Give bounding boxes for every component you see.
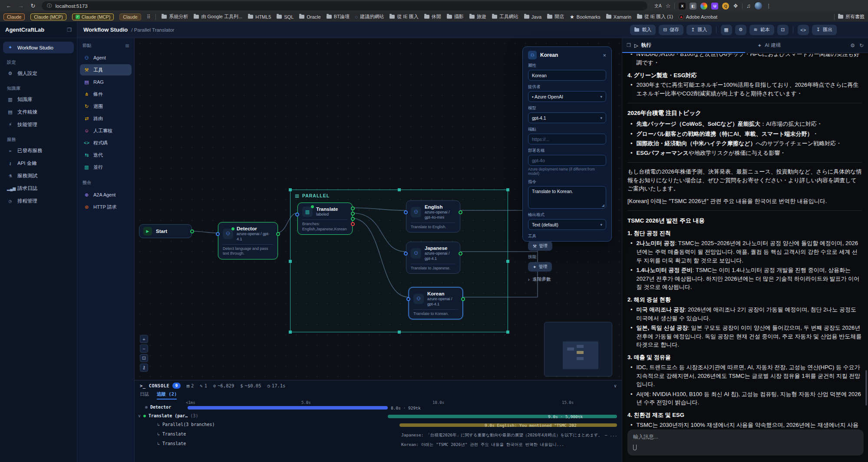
output-port[interactable] [351, 206, 355, 210]
trace-row[interactable]: ↳Translate Korean: 아래는 "TSMC 2026년" 관련 주… [135, 441, 622, 448]
bookmark-item[interactable]: Xamarin [606, 14, 631, 20]
bookmark-item[interactable]: A Adobe Acrobat [679, 14, 717, 20]
extension-color-icon[interactable] [700, 3, 707, 10]
puzzle-icon[interactable]: ❖ [733, 3, 738, 9]
instruction-textarea[interactable]: Translate to Korean.◢ [528, 186, 606, 209]
save-button[interactable]: ⊟儲存 [659, 25, 683, 35]
bookmark-item[interactable]: Java [524, 14, 541, 20]
bookmark-item[interactable]: BT論壇 [327, 13, 350, 20]
extension-u-icon[interactable]: U [711, 3, 718, 10]
sidebar-item[interactable]: ⚡技能管理 [3, 119, 74, 131]
expander-icon[interactable]: ∨ [138, 413, 141, 418]
resize-handle[interactable]: ◢ [602, 203, 604, 207]
bookmark-item[interactable]: 旅遊 [469, 13, 486, 20]
node-translate[interactable]: ▥ Translate labeled Branches: English,Ja… [297, 203, 353, 235]
output-port[interactable] [459, 252, 462, 256]
all-bookmarks-button[interactable]: 所有書籤 [838, 13, 865, 20]
sidebar-item[interactable]: ▂▄▆請求日誌 [3, 183, 74, 194]
lock-button[interactable]: ⚷ [140, 364, 148, 372]
zoom-out-button[interactable]: − [140, 344, 148, 353]
palette-item[interactable]: ⊕ A2A Agent [80, 189, 132, 200]
settings-icon[interactable]: ⚙ [850, 43, 855, 49]
reload-icon[interactable]: ↻ [30, 3, 36, 9]
trace-row[interactable]: Detector 8.0s · 929tk [135, 405, 622, 412]
bookmark-item[interactable]: 由 Google 工具列... [194, 13, 242, 20]
frame-button[interactable]: ⊡ [777, 25, 789, 35]
manage-skills-button[interactable]: ✦管理 [528, 262, 552, 272]
back-icon[interactable]: ← [5, 3, 12, 9]
forward-icon[interactable]: → [17, 3, 24, 9]
zoom-in-button[interactable]: + [140, 335, 148, 343]
extension-q-icon[interactable]: Q [722, 3, 729, 10]
grid-view-button[interactable]: ▦ [721, 25, 732, 35]
bookmark-item[interactable]: 開店 [547, 13, 564, 20]
minimap[interactable] [544, 322, 612, 377]
template-button[interactable]: ≋範本 [749, 25, 774, 35]
output-port[interactable] [276, 232, 280, 236]
output-port[interactable] [351, 217, 355, 221]
panel-expand-icon[interactable]: ❐ [627, 43, 631, 48]
info-icon[interactable]: ⓘ [47, 3, 52, 9]
code-view-button[interactable]: <> [798, 25, 809, 35]
scrollbar-thumb[interactable] [865, 370, 867, 406]
manage-tools-button[interactable]: ⚒管理 [528, 241, 552, 251]
tab-ai-build[interactable]: ✦AI 建構 [723, 38, 846, 52]
load-button[interactable]: 載入 [630, 25, 656, 35]
palette-item[interactable]: ⇆ 迭代 [80, 149, 132, 161]
endpoint-input[interactable]: https://... [528, 134, 606, 144]
bookmark-item[interactable]: 從 IE 匯入 (1) [637, 13, 673, 20]
extension-icon[interactable]: ◧ [690, 3, 696, 10]
palette-item[interactable]: ⚇ Agent [80, 52, 132, 63]
sidebar-item[interactable]: ➢已發布服務 [3, 145, 74, 157]
sidebar-item[interactable]: ⚙個人設定 [3, 68, 74, 79]
node-detector[interactable]: ⚇ Detector azure-openai / gpt-4.1 Detect… [218, 222, 278, 259]
refresh-icon[interactable]: ↻ [859, 43, 864, 49]
tab-run[interactable]: ▷執行 [631, 38, 723, 52]
sidebar-item-workflow-studio[interactable]: ✦ Workflow Studio [3, 42, 74, 53]
bookmark-item[interactable]: SQL [277, 14, 294, 20]
bookmark-star-icon[interactable]: ☆ [666, 3, 671, 9]
translate-icon[interactable]: 文A [654, 3, 662, 9]
bookmark-item[interactable]: 攝影 [447, 13, 464, 20]
bookmark-chip[interactable]: ✓Claude (MCP) [72, 13, 114, 20]
bookmark-item[interactable]: HTML5 [248, 14, 271, 20]
attachment-icon[interactable] [633, 445, 637, 450]
fit-view-button[interactable]: ⊡ [140, 354, 148, 362]
input-port[interactable] [404, 252, 408, 256]
settings-button[interactable]: ⚙ [735, 25, 746, 35]
trace-row[interactable]: ↳Translate Japanese: 「台積電2026年」に関する重要な動向… [135, 432, 622, 439]
model-select[interactable]: gpt-4.1▾ [528, 112, 606, 123]
node-english[interactable]: ⚇ English azure-openai / gpt-4o-mini Tra… [406, 200, 460, 233]
palette-item[interactable]: ⋔ 條件 [80, 88, 132, 100]
palette-item[interactable]: ▥ 並行 [80, 161, 132, 173]
message-input[interactable]: 輸入訊息... [627, 429, 864, 455]
trace-row[interactable]: ∨Translate (par…(3) 9.0s · 5,900tk [135, 413, 622, 420]
palette-item[interactable]: ▤ RAG [80, 76, 132, 88]
tab-logs[interactable]: 日誌 [140, 391, 149, 400]
palette-item[interactable]: ⇄ 路由 [80, 113, 132, 124]
extension-x-icon[interactable]: X [679, 3, 686, 10]
node-japanese[interactable]: ⚇ Japanese azure-openai / gpt-4.1 Transl… [406, 242, 460, 274]
bookmark-chip[interactable]: Claude [119, 13, 141, 20]
bookmark-item[interactable]: 從 IE 匯入 [389, 13, 419, 20]
bookmark-item[interactable]: ★ Bookmarks [570, 14, 601, 20]
output-port[interactable] [459, 210, 462, 214]
palette-item[interactable]: ↻ 迴圈 [80, 101, 132, 112]
close-icon[interactable]: × [603, 52, 606, 59]
bookmark-item[interactable]: 工具網站 [492, 13, 518, 20]
bookmark-item[interactable]: 休閒 [424, 13, 441, 20]
profile-avatar[interactable] [755, 2, 762, 10]
trace-row[interactable]: ↳Parallel(3 branches) 9.0s English: You … [135, 422, 622, 429]
palette-item[interactable]: ⚒ 工具 [80, 64, 132, 75]
palette-item[interactable]: <> 程式碼 [80, 137, 132, 148]
advanced-params-toggle[interactable]: ›進階參數 [528, 276, 606, 282]
palette-item[interactable]: ☺ 人工審核 [80, 125, 132, 136]
name-input[interactable]: Korean [528, 70, 606, 81]
palette-item[interactable]: ⊚ HTTP 請求 [80, 201, 132, 213]
bookmark-item[interactable]: Oracle [299, 14, 320, 20]
output-port[interactable] [461, 297, 465, 301]
sidebar-item[interactable]: ⚷API 金鑰 [3, 157, 74, 169]
input-port[interactable] [404, 210, 408, 214]
browser-menu-icon[interactable]: ⋮ [766, 3, 772, 9]
bookmark-item[interactable]: 系統分析 [162, 13, 188, 20]
